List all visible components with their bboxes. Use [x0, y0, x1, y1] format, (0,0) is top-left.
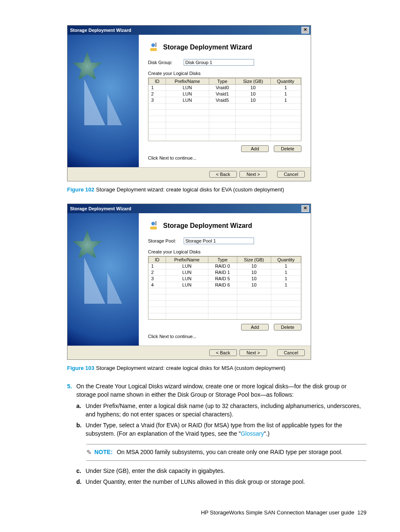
- table-row[interactable]: 2LUNRAID 1101: [149, 269, 301, 276]
- next-button[interactable]: Next >: [239, 171, 267, 178]
- col-id[interactable]: ID: [149, 257, 166, 263]
- back-button[interactable]: < Back: [209, 349, 237, 356]
- step-number: 5.: [67, 382, 76, 488]
- delete-button[interactable]: Delete: [274, 324, 301, 331]
- svg-rect-5: [156, 221, 157, 226]
- wizard-heading: Storage Deployment Wizard: [163, 44, 252, 51]
- substep-b: Under Type, select a Vraid (for EVA) or …: [86, 421, 366, 438]
- glossary-link[interactable]: Glossary: [241, 430, 264, 437]
- delete-button[interactable]: Delete: [274, 145, 301, 152]
- col-prefix[interactable]: Prefix/Name: [166, 257, 208, 263]
- figure-caption-102: Figure 102Storage Deployment wizard: cre…: [67, 186, 366, 193]
- close-icon[interactable]: ✕: [301, 205, 309, 212]
- next-button[interactable]: Next >: [239, 349, 267, 356]
- section-label: Create your Logical Disks: [148, 71, 301, 76]
- table-row[interactable]: 3LUNRAID 5101: [149, 276, 301, 282]
- wizard-window-msa: Storage Deployment Wizard ✕ Storage Depl…: [67, 204, 311, 360]
- col-prefix[interactable]: Prefix/Name: [166, 78, 209, 85]
- wizard-icon: [148, 220, 160, 232]
- logical-disks-table[interactable]: ID Prefix/Name Type Size (GB) Quantity 1…: [148, 77, 301, 141]
- table-row[interactable]: 1LUNVraid0101: [149, 85, 301, 91]
- figure-caption-103: Figure 103Storage Deployment wizard: cre…: [67, 365, 366, 371]
- window-title: Storage Deployment Wizard: [70, 206, 131, 211]
- section-label: Create your Logical Disks: [148, 249, 301, 254]
- storage-pool-label: Storage Pool:: [148, 238, 184, 243]
- col-type[interactable]: Type: [208, 257, 237, 263]
- titlebar: Storage Deployment Wizard ✕: [68, 26, 311, 35]
- note-text: On MSA 2000 family subsystems, you can c…: [117, 449, 343, 455]
- svg-rect-1: [150, 48, 157, 51]
- table-row[interactable]: 2LUNVraid1101: [149, 91, 301, 97]
- table-row[interactable]: 3LUNVraid5101: [149, 97, 301, 103]
- add-button[interactable]: Add: [241, 145, 269, 152]
- disk-group-input[interactable]: [184, 59, 254, 66]
- add-button[interactable]: Add: [241, 324, 269, 331]
- svg-point-3: [151, 222, 155, 225]
- back-button[interactable]: < Back: [209, 171, 237, 178]
- disk-group-label: Disk Group:: [148, 60, 184, 65]
- cancel-button[interactable]: Cancel: [277, 171, 305, 178]
- page-footer: HP StorageWorks Simple SAN Connection Ma…: [67, 509, 366, 516]
- step-text: On the Create Your Logical Disks wizard …: [76, 383, 346, 398]
- substep-letter: d.: [76, 478, 86, 486]
- substep-c: Under Size (GB), enter the disk capacity…: [86, 467, 225, 475]
- col-size[interactable]: Size (GB): [236, 78, 270, 85]
- window-title: Storage Deployment Wizard: [70, 28, 131, 33]
- continue-text: Click Next to continue...: [148, 334, 301, 339]
- col-qty[interactable]: Quantity: [271, 257, 301, 263]
- col-size[interactable]: Size (GB): [237, 257, 271, 263]
- col-type[interactable]: Type: [209, 78, 236, 85]
- wizard-heading: Storage Deployment Wizard: [163, 222, 252, 230]
- continue-text: Click Next to continue...: [148, 155, 301, 160]
- cancel-button[interactable]: Cancel: [277, 349, 305, 356]
- col-id[interactable]: ID: [149, 78, 166, 85]
- substep-d: Under Quantity, enter the number of LUNs…: [86, 478, 305, 486]
- wizard-sidebar-image: [68, 213, 139, 346]
- svg-point-0: [151, 43, 155, 47]
- wizard-window-eva: Storage Deployment Wizard ✕ Storage Depl…: [67, 25, 311, 181]
- col-qty[interactable]: Quantity: [270, 78, 301, 85]
- wizard-sidebar-image: [68, 35, 139, 167]
- svg-rect-2: [156, 43, 157, 47]
- close-icon[interactable]: ✕: [301, 27, 309, 34]
- substep-letter: a.: [76, 402, 86, 419]
- table-row[interactable]: 1LUNRAID 0101: [149, 263, 301, 269]
- note-label: NOTE:: [94, 449, 113, 455]
- table-row[interactable]: 4LUNRAID 6101: [149, 282, 301, 288]
- logical-disks-table[interactable]: ID Prefix/Name Type Size (GB) Quantity 1…: [148, 256, 301, 320]
- titlebar: Storage Deployment Wizard ✕: [68, 204, 311, 213]
- wizard-icon: [148, 41, 160, 53]
- svg-rect-4: [150, 227, 157, 230]
- storage-pool-input[interactable]: [184, 238, 254, 244]
- substep-letter: b.: [76, 421, 86, 438]
- note-box: ✎ NOTE: On MSA 2000 family subsystems, y…: [86, 444, 366, 461]
- substep-letter: c.: [76, 467, 86, 475]
- note-icon: ✎: [86, 448, 92, 457]
- substep-a: Under Prefix/Name, enter a logical disk …: [86, 402, 366, 419]
